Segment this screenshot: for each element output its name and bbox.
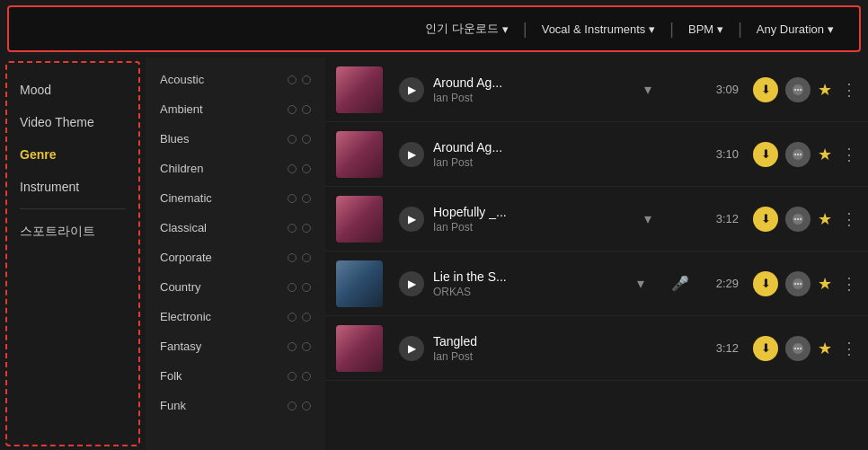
radio-dot-right[interactable]: [302, 194, 311, 203]
genre-item[interactable]: Country: [146, 272, 325, 302]
genre-item[interactable]: Ambient: [146, 94, 325, 124]
download-button[interactable]: ⬇: [753, 271, 778, 296]
sidebar-item-mood[interactable]: Mood: [7, 74, 138, 106]
radio-dot-left[interactable]: [288, 75, 297, 84]
radio-dot-right[interactable]: [302, 283, 311, 292]
genre-label: Fantasy: [160, 340, 201, 353]
track-artist: Ian Post: [433, 350, 628, 363]
radio-dot-right[interactable]: [302, 401, 311, 410]
download-button[interactable]: ⬇: [753, 142, 778, 167]
radio-dot-right[interactable]: [302, 135, 311, 144]
mic-icon: 🎤: [671, 275, 689, 292]
duration-filter-btn[interactable]: Any Duration ▾: [746, 17, 845, 41]
radio-dot-left[interactable]: [288, 283, 297, 292]
genre-item[interactable]: Funk: [146, 391, 325, 420]
more-circle-button[interactable]: [785, 336, 810, 361]
vocal-filter-btn[interactable]: Vocal & Instruments ▾: [531, 17, 667, 41]
track-title: Hopefully _...: [433, 205, 559, 219]
vocal-filter-label: Vocal & Instruments: [542, 22, 646, 36]
genre-item[interactable]: Blues: [146, 124, 325, 154]
play-button[interactable]: ▶: [399, 271, 424, 296]
radio-dot-left[interactable]: [288, 401, 297, 410]
more-menu-button[interactable]: ⋮: [841, 145, 857, 164]
radio-dot-right[interactable]: [302, 75, 311, 84]
expand-icon[interactable]: ▾: [644, 81, 651, 98]
filter-bar: 인기 다운로드 ▾ | Vocal & Instruments ▾ | BPM …: [7, 5, 861, 52]
star-button[interactable]: ★: [818, 274, 832, 294]
genre-label: Folk: [160, 369, 182, 383]
track-info: Around Ag... Ian Post: [433, 75, 635, 104]
expand-icon[interactable]: ▾: [644, 210, 651, 227]
svg-point-6: [797, 153, 799, 154]
genre-item[interactable]: Cinematic: [146, 183, 325, 213]
play-button[interactable]: ▶: [399, 77, 424, 102]
radio-dot-right[interactable]: [302, 372, 311, 381]
download-button[interactable]: ⬇: [753, 336, 778, 361]
genre-item[interactable]: Fantasy: [146, 331, 325, 361]
main-layout: Mood Video Theme Genre Instrument 스포트라이트…: [0, 57, 868, 450]
genre-item[interactable]: Classical: [146, 213, 325, 243]
radio-dot-left[interactable]: [288, 194, 297, 203]
sidebar-item-video-theme[interactable]: Video Theme: [7, 106, 138, 138]
radio-dot-right[interactable]: [302, 105, 311, 114]
track-artist: Ian Post: [433, 92, 635, 104]
more-circle-button[interactable]: [785, 207, 810, 232]
expand-icon[interactable]: ▾: [637, 275, 644, 292]
popular-filter-btn[interactable]: 인기 다운로드 ▾: [414, 15, 519, 42]
more-menu-button[interactable]: ⋮: [841, 209, 857, 229]
svg-point-9: [794, 217, 796, 219]
radio-dot-right[interactable]: [302, 313, 311, 322]
svg-point-13: [794, 282, 796, 284]
track-row[interactable]: ▶ Hopefully _... Ian Post ▾ 3:12 ⬇ ★ ⋮: [325, 187, 868, 251]
radio-dot-left[interactable]: [288, 313, 297, 322]
play-button[interactable]: ▶: [399, 336, 424, 361]
genre-item[interactable]: Children: [146, 154, 325, 183]
radio-dot-right[interactable]: [302, 164, 311, 173]
more-menu-button[interactable]: ⋮: [841, 339, 857, 358]
sidebar-item-genre[interactable]: Genre: [7, 138, 138, 171]
bpm-filter-btn[interactable]: BPM ▾: [678, 17, 734, 41]
radio-dot-left[interactable]: [288, 224, 297, 233]
genre-item[interactable]: Folk: [146, 361, 325, 391]
radio-dot-left[interactable]: [288, 135, 297, 144]
radio-dot-left[interactable]: [288, 372, 297, 381]
filter-divider-3: |: [738, 20, 742, 39]
play-button[interactable]: ▶: [399, 207, 424, 232]
genre-item[interactable]: Corporate: [146, 243, 325, 272]
radio-dot-left[interactable]: [288, 342, 297, 351]
svg-point-18: [797, 347, 799, 349]
genre-radio-group: [288, 313, 311, 322]
more-circle-button[interactable]: [785, 271, 810, 296]
more-circle-button[interactable]: [785, 142, 810, 167]
track-artist: Ian Post: [433, 221, 635, 234]
more-menu-button[interactable]: ⋮: [841, 274, 857, 294]
more-circle-button[interactable]: [785, 77, 810, 102]
sidebar-item-spotlight[interactable]: 스포트라이트: [7, 215, 138, 249]
star-button[interactable]: ★: [818, 339, 832, 358]
radio-dot-left[interactable]: [288, 164, 297, 173]
more-menu-button[interactable]: ⋮: [841, 80, 857, 100]
star-button[interactable]: ★: [818, 145, 832, 164]
track-actions: ⬇ ★ ⋮: [753, 271, 857, 296]
radio-dot-right[interactable]: [302, 224, 311, 233]
genre-item[interactable]: Acoustic: [146, 65, 325, 94]
genre-item[interactable]: Electronic: [146, 302, 325, 331]
radio-dot-right[interactable]: [302, 253, 311, 262]
download-button[interactable]: ⬇: [753, 77, 778, 102]
track-row[interactable]: ▶ Tangled Ian Post 3:12 ⬇ ★ ⋮: [325, 316, 868, 381]
star-button[interactable]: ★: [818, 80, 832, 100]
genre-panel: Acoustic Ambient Blues Children Cinemati…: [146, 57, 325, 450]
genre-radio-group: [288, 105, 311, 114]
sidebar-item-instrument[interactable]: Instrument: [7, 171, 138, 203]
play-button[interactable]: ▶: [399, 142, 424, 167]
radio-dot-left[interactable]: [288, 105, 297, 114]
download-button[interactable]: ⬇: [753, 207, 778, 232]
radio-dot-left[interactable]: [288, 253, 297, 262]
star-button[interactable]: ★: [818, 209, 832, 229]
track-row[interactable]: ▶ Around Ag... Ian Post ▾ 3:09 ⬇ ★ ⋮: [325, 57, 868, 122]
track-thumbnail: [336, 325, 383, 372]
track-row[interactable]: ▶ Lie in the S... ORKAS ▾ 🎤 2:29 ⬇ ★ ⋮: [325, 251, 868, 316]
radio-dot-right[interactable]: [302, 342, 311, 351]
track-row[interactable]: ▶ Around Ag... Ian Post 3:10 ⬇ ★ ⋮: [325, 122, 868, 187]
track-info: Lie in the S... ORKAS: [433, 269, 628, 298]
